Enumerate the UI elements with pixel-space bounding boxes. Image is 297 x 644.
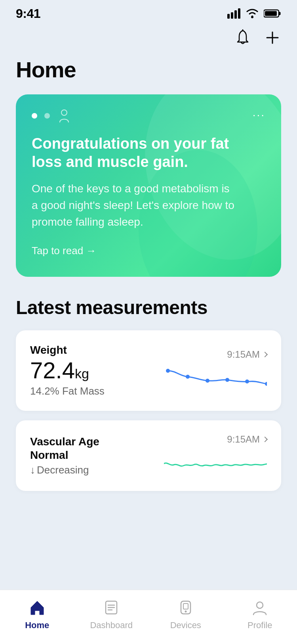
status-icons — [227, 8, 281, 19]
svg-point-25 — [257, 602, 263, 608]
card-indicators — [32, 109, 265, 123]
svg-point-4 — [251, 16, 253, 18]
weight-chart — [164, 365, 267, 393]
nav-label-profile: Profile — [248, 620, 272, 631]
bell-icon — [235, 29, 250, 46]
weight-right: 9:15AM — [164, 349, 267, 393]
svg-point-15 — [225, 378, 229, 382]
svg-rect-3 — [238, 8, 240, 19]
vascular-age-card[interactable]: Vascular Age Normal ↓Decreasing 9:15AM — [16, 420, 281, 491]
svg-point-14 — [206, 379, 209, 383]
page-title: Home — [0, 57, 297, 94]
svg-rect-6 — [279, 12, 281, 15]
person-icon — [59, 109, 70, 123]
weight-time: 9:15AM — [227, 349, 267, 360]
plus-icon — [265, 31, 280, 45]
vascular-label: Vascular Age Normal — [30, 435, 164, 462]
vascular-chart — [164, 450, 267, 477]
nav-item-devices[interactable]: Devices — [162, 598, 209, 631]
vascular-right: 9:15AM — [164, 434, 267, 477]
vascular-chevron — [262, 437, 268, 442]
svg-point-11 — [61, 110, 67, 115]
nav-label-dashboard: Dashboard — [90, 620, 133, 631]
wifi-icon — [246, 8, 259, 19]
weight-left: Weight 72.4kg 14.2% Fat Mass — [30, 344, 164, 397]
svg-point-13 — [186, 375, 190, 379]
header — [0, 24, 297, 57]
notification-button[interactable] — [234, 28, 252, 49]
weight-card[interactable]: Weight 72.4kg 14.2% Fat Mass 9:15AM — [16, 330, 281, 411]
section-title: Latest measurements — [0, 297, 297, 330]
dot-1 — [32, 113, 37, 119]
svg-rect-2 — [234, 10, 237, 19]
svg-point-24 — [185, 611, 187, 613]
header-actions — [234, 28, 281, 49]
dashboard-nav-icon — [102, 598, 121, 617]
battery-icon — [264, 9, 281, 18]
svg-rect-0 — [227, 14, 230, 19]
bottom-nav: Home Dashboard Devices — [0, 590, 297, 644]
nav-item-dashboard[interactable]: Dashboard — [88, 598, 135, 631]
weight-label: Weight — [30, 344, 164, 356]
svg-point-16 — [245, 380, 249, 383]
weight-chevron — [262, 351, 268, 357]
status-time: 9:41 — [16, 6, 40, 21]
home-nav-icon — [28, 598, 47, 617]
nav-item-profile[interactable]: Profile — [236, 598, 284, 631]
card-more-button[interactable]: ··· — [253, 109, 265, 121]
weight-sub: 14.2% Fat Mass — [30, 385, 164, 397]
add-button[interactable] — [264, 29, 281, 48]
signal-icon — [227, 8, 241, 19]
devices-nav-icon — [176, 598, 195, 617]
hero-cta[interactable]: Tap to read → — [32, 245, 265, 257]
arrow-down-icon: ↓ — [30, 464, 35, 476]
vascular-left: Vascular Age Normal ↓Decreasing — [30, 435, 164, 476]
profile-nav-icon — [250, 598, 269, 617]
dot-2 — [44, 113, 50, 119]
vascular-time: 9:15AM — [227, 434, 267, 445]
nav-label-home: Home — [25, 620, 49, 631]
hero-card[interactable]: ··· Congratulations on your fat loss and… — [16, 94, 281, 277]
weight-value: 72.4kg — [30, 359, 164, 382]
svg-rect-7 — [265, 11, 277, 16]
vascular-sub: ↓Decreasing — [30, 464, 164, 476]
hero-body: One of the keys to a good metabolism is … — [32, 180, 238, 230]
status-bar: 9:41 — [0, 0, 297, 24]
svg-rect-23 — [183, 604, 188, 609]
nav-label-devices: Devices — [170, 620, 201, 631]
nav-item-home[interactable]: Home — [13, 598, 61, 631]
svg-rect-1 — [231, 12, 233, 19]
hero-title: Congratulations on your fat loss and mus… — [32, 135, 230, 171]
svg-point-17 — [265, 382, 267, 386]
